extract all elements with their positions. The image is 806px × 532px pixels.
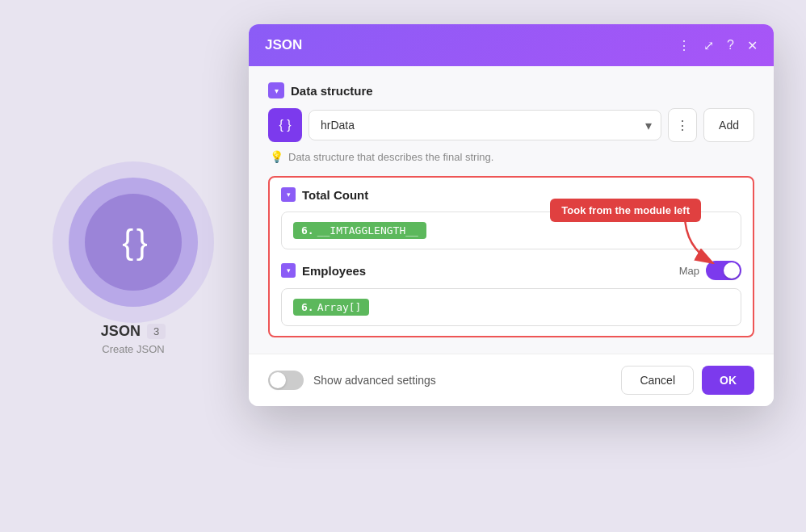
- ds-menu-button[interactable]: ⋮: [668, 108, 697, 142]
- employees-input-area[interactable]: 6. Array[]: [281, 288, 741, 326]
- json-label-area: JSON 3 Create JSON: [101, 323, 166, 355]
- hint-row: 💡 Data structure that describes the fina…: [268, 150, 754, 163]
- total-count-tag: 6. __IMTAGGLENGTH__: [293, 222, 426, 239]
- data-structure-chevron[interactable]: ▾: [268, 82, 284, 98]
- employees-tag-number: 6.: [301, 301, 314, 313]
- background-panel: { } JSON 3 Create JSON: [0, 0, 267, 532]
- map-label: Map: [679, 265, 699, 277]
- employees-section: ▾ Employees Map 6. Array[]: [281, 261, 741, 326]
- hint-text: Data structure that describes the final …: [288, 151, 493, 163]
- map-toggle-row: Map: [679, 261, 741, 280]
- footer-buttons: Cancel OK: [621, 366, 754, 395]
- employees-left: ▾ Employees: [281, 263, 366, 278]
- advanced-settings-row: Show advanced settings: [268, 371, 436, 390]
- close-icon[interactable]: ✕: [747, 38, 758, 53]
- json-icon-circle: { }: [69, 178, 198, 307]
- cancel-button[interactable]: Cancel: [621, 366, 694, 395]
- data-structure-section: ▾ Data structure { } hrData ▾ ⋮ Add 💡 D: [268, 82, 754, 163]
- json-icon-inner: { }: [85, 194, 182, 291]
- modal-title: JSON: [265, 37, 302, 53]
- total-count-title: Total Count: [302, 188, 368, 202]
- map-toggle[interactable]: [706, 261, 741, 280]
- advanced-label: Show advanced settings: [313, 374, 436, 387]
- advanced-toggle[interactable]: [268, 371, 304, 390]
- employees-tag-text: Array[]: [317, 301, 362, 313]
- help-icon[interactable]: ?: [727, 38, 734, 52]
- json-node-badge: 3: [147, 324, 166, 339]
- more-options-icon[interactable]: ⋮: [678, 38, 691, 53]
- modal-header: JSON ⋮ ⤢ ? ✕: [249, 24, 774, 66]
- employees-tag: 6. Array[]: [293, 299, 369, 316]
- ds-select[interactable]: hrData: [309, 110, 661, 140]
- total-count-tag-number: 6.: [301, 224, 314, 237]
- json-node-title: JSON: [101, 323, 141, 340]
- employees-chevron[interactable]: ▾: [281, 263, 296, 278]
- tooltip-callout: Took from the module left: [550, 199, 701, 222]
- modal-header-icons: ⋮ ⤢ ? ✕: [678, 38, 758, 53]
- modal-footer: Show advanced settings Cancel OK: [249, 354, 774, 406]
- json-title-row: JSON 3: [101, 323, 166, 340]
- ds-select-wrapper: hrData ▾: [309, 110, 661, 140]
- map-toggle-knob: [724, 262, 740, 279]
- employees-title: Employees: [302, 264, 366, 278]
- data-structure-row: { } hrData ▾ ⋮ Add: [268, 108, 754, 142]
- employees-header: ▾ Employees Map: [281, 261, 741, 280]
- data-structure-title: Data structure: [291, 84, 373, 98]
- ok-button[interactable]: OK: [702, 366, 754, 395]
- json-node-subtitle: Create JSON: [102, 343, 164, 355]
- ds-add-button[interactable]: Add: [703, 108, 754, 142]
- total-count-tag-text: __IMTAGGLENGTH__: [317, 224, 418, 237]
- json-braces-icon: { }: [122, 223, 145, 262]
- data-structure-header: ▾ Data structure: [268, 82, 754, 98]
- advanced-toggle-knob: [270, 372, 286, 388]
- expand-icon[interactable]: ⤢: [703, 38, 714, 53]
- ds-braces-icon: { }: [279, 118, 291, 132]
- ds-icon-box: { }: [268, 108, 302, 142]
- hint-icon: 💡: [270, 150, 283, 163]
- total-count-chevron[interactable]: ▾: [281, 187, 296, 202]
- tooltip-text: Took from the module left: [561, 204, 690, 216]
